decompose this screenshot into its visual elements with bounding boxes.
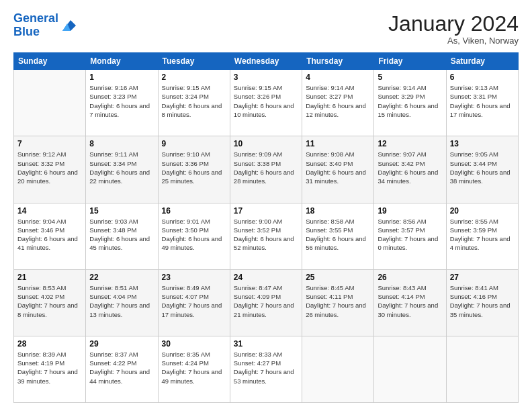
day-cell: 13Sunrise: 9:05 AMSunset: 3:44 PMDayligh… [446, 136, 518, 203]
day-number: 23 [162, 273, 226, 282]
day-cell: 29Sunrise: 8:37 AMSunset: 4:22 PMDayligh… [86, 336, 158, 402]
day-info: Sunrise: 9:12 AMSunset: 3:32 PMDaylight:… [17, 150, 82, 185]
day-number: 1 [89, 73, 154, 82]
day-cell [374, 336, 446, 402]
day-cell [14, 70, 86, 136]
day-cell [446, 336, 518, 402]
day-number: 16 [162, 206, 226, 216]
day-info: Sunrise: 9:08 AMSunset: 3:40 PMDaylight:… [306, 150, 370, 185]
day-cell: 7Sunrise: 9:12 AMSunset: 3:32 PMDaylight… [14, 136, 86, 203]
day-number: 30 [162, 339, 226, 349]
month-title: January 2024 [388, 12, 519, 36]
day-info: Sunrise: 8:45 AMSunset: 4:11 PMDaylight:… [306, 283, 370, 319]
day-info: Sunrise: 8:51 AMSunset: 4:04 PMDaylight:… [89, 283, 154, 319]
day-cell: 6Sunrise: 9:13 AMSunset: 3:31 PMDaylight… [446, 70, 518, 136]
day-number: 22 [89, 273, 154, 282]
day-info: Sunrise: 9:04 AMSunset: 3:46 PMDaylight:… [17, 217, 82, 253]
day-cell: 22Sunrise: 8:51 AMSunset: 4:04 PMDayligh… [86, 269, 158, 336]
day-info: Sunrise: 9:10 AMSunset: 3:36 PMDaylight:… [162, 150, 226, 185]
day-number: 31 [234, 339, 298, 349]
logo: General Blue [13, 12, 76, 39]
day-info: Sunrise: 8:39 AMSunset: 4:19 PMDaylight:… [17, 350, 82, 385]
day-number: 17 [234, 206, 298, 216]
day-info: Sunrise: 8:53 AMSunset: 4:02 PMDaylight:… [17, 283, 82, 319]
day-info: Sunrise: 8:55 AMSunset: 3:59 PMDaylight:… [450, 217, 515, 253]
day-info: Sunrise: 9:01 AMSunset: 3:50 PMDaylight:… [162, 217, 226, 253]
day-cell: 15Sunrise: 9:03 AMSunset: 3:48 PMDayligh… [86, 203, 158, 269]
day-cell: 17Sunrise: 9:00 AMSunset: 3:52 PMDayligh… [230, 203, 302, 269]
col-thursday: Thursday [302, 53, 374, 70]
day-number: 19 [378, 206, 442, 216]
day-number: 4 [306, 73, 370, 82]
day-cell: 30Sunrise: 8:35 AMSunset: 4:24 PMDayligh… [158, 336, 230, 402]
col-tuesday: Tuesday [158, 53, 230, 70]
day-info: Sunrise: 8:56 AMSunset: 3:57 PMDaylight:… [378, 217, 442, 253]
day-info: Sunrise: 9:00 AMSunset: 3:52 PMDaylight:… [234, 217, 298, 253]
day-number: 12 [378, 139, 442, 148]
day-cell: 20Sunrise: 8:55 AMSunset: 3:59 PMDayligh… [446, 203, 518, 269]
day-cell: 23Sunrise: 8:49 AMSunset: 4:07 PMDayligh… [158, 269, 230, 336]
day-info: Sunrise: 8:43 AMSunset: 4:14 PMDaylight:… [378, 283, 442, 319]
day-info: Sunrise: 8:35 AMSunset: 4:24 PMDaylight:… [162, 350, 226, 385]
day-number: 2 [162, 73, 226, 82]
day-info: Sunrise: 9:09 AMSunset: 3:38 PMDaylight:… [234, 150, 298, 185]
calendar-header-row: Sunday Monday Tuesday Wednesday Thursday… [14, 53, 519, 70]
calendar: Sunday Monday Tuesday Wednesday Thursday… [13, 52, 519, 403]
col-wednesday: Wednesday [230, 53, 302, 70]
col-saturday: Saturday [446, 53, 518, 70]
day-info: Sunrise: 9:16 AMSunset: 3:23 PMDaylight:… [89, 83, 154, 119]
day-info: Sunrise: 8:33 AMSunset: 4:27 PMDaylight:… [234, 350, 298, 385]
week-row-1: 1Sunrise: 9:16 AMSunset: 3:23 PMDaylight… [14, 70, 519, 136]
col-monday: Monday [86, 53, 158, 70]
location: As, Viken, Norway [388, 36, 519, 46]
week-row-2: 7Sunrise: 9:12 AMSunset: 3:32 PMDaylight… [14, 136, 519, 203]
logo-icon [60, 19, 76, 32]
day-info: Sunrise: 9:05 AMSunset: 3:44 PMDaylight:… [450, 150, 515, 185]
day-cell: 8Sunrise: 9:11 AMSunset: 3:34 PMDaylight… [86, 136, 158, 203]
day-cell: 21Sunrise: 8:53 AMSunset: 4:02 PMDayligh… [14, 269, 86, 336]
day-cell: 19Sunrise: 8:56 AMSunset: 3:57 PMDayligh… [374, 203, 446, 269]
day-info: Sunrise: 9:13 AMSunset: 3:31 PMDaylight:… [450, 83, 515, 119]
day-cell: 18Sunrise: 8:58 AMSunset: 3:55 PMDayligh… [302, 203, 374, 269]
day-cell: 4Sunrise: 9:14 AMSunset: 3:27 PMDaylight… [302, 70, 374, 136]
day-number: 25 [306, 273, 370, 282]
day-info: Sunrise: 8:37 AMSunset: 4:22 PMDaylight:… [89, 350, 154, 385]
day-cell: 27Sunrise: 8:41 AMSunset: 4:16 PMDayligh… [446, 269, 518, 336]
day-number: 24 [234, 273, 298, 282]
day-cell: 28Sunrise: 8:39 AMSunset: 4:19 PMDayligh… [14, 336, 86, 402]
day-cell: 24Sunrise: 8:47 AMSunset: 4:09 PMDayligh… [230, 269, 302, 336]
day-number: 11 [306, 139, 370, 148]
day-cell: 3Sunrise: 9:15 AMSunset: 3:26 PMDaylight… [230, 70, 302, 136]
logo-line1: General [13, 11, 58, 25]
day-number: 3 [234, 73, 298, 82]
week-row-5: 28Sunrise: 8:39 AMSunset: 4:19 PMDayligh… [14, 336, 519, 402]
day-number: 14 [17, 206, 82, 216]
day-cell [302, 336, 374, 402]
col-friday: Friday [374, 53, 446, 70]
day-info: Sunrise: 9:15 AMSunset: 3:26 PMDaylight:… [234, 83, 298, 119]
day-info: Sunrise: 8:41 AMSunset: 4:16 PMDaylight:… [450, 283, 515, 319]
day-number: 5 [378, 73, 442, 82]
day-info: Sunrise: 8:47 AMSunset: 4:09 PMDaylight:… [234, 283, 298, 319]
day-number: 21 [17, 273, 82, 282]
day-cell: 11Sunrise: 9:08 AMSunset: 3:40 PMDayligh… [302, 136, 374, 203]
day-number: 13 [450, 139, 515, 148]
page: General Blue January 2024 As, Viken, Nor… [0, 0, 532, 411]
day-number: 20 [450, 206, 515, 216]
day-number: 6 [450, 73, 515, 82]
day-cell: 9Sunrise: 9:10 AMSunset: 3:36 PMDaylight… [158, 136, 230, 203]
day-info: Sunrise: 9:11 AMSunset: 3:34 PMDaylight:… [89, 150, 154, 185]
day-number: 8 [89, 139, 154, 148]
day-number: 26 [378, 273, 442, 282]
day-cell: 31Sunrise: 8:33 AMSunset: 4:27 PMDayligh… [230, 336, 302, 402]
day-info: Sunrise: 9:14 AMSunset: 3:29 PMDaylight:… [378, 83, 442, 119]
day-number: 28 [17, 339, 82, 349]
day-info: Sunrise: 9:07 AMSunset: 3:42 PMDaylight:… [378, 150, 442, 185]
day-cell: 2Sunrise: 9:15 AMSunset: 3:24 PMDaylight… [158, 70, 230, 136]
day-info: Sunrise: 8:49 AMSunset: 4:07 PMDaylight:… [162, 283, 226, 319]
logo-text: General Blue [13, 12, 58, 39]
title-block: January 2024 As, Viken, Norway [388, 12, 519, 46]
day-number: 18 [306, 206, 370, 216]
col-sunday: Sunday [14, 53, 86, 70]
day-cell: 16Sunrise: 9:01 AMSunset: 3:50 PMDayligh… [158, 203, 230, 269]
